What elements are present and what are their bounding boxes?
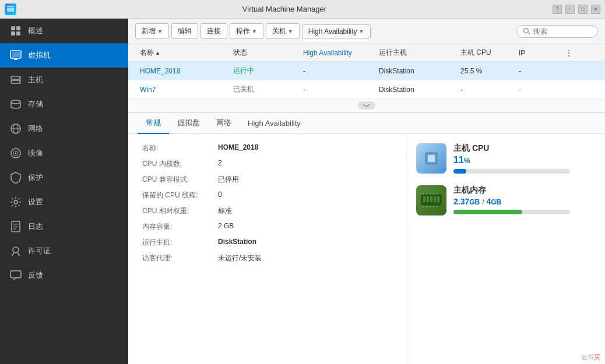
tab-vdisk[interactable]: 虚拟盘 (169, 113, 208, 134)
svg-point-12 (19, 82, 20, 83)
cell-status: 已关机 (228, 80, 298, 98)
overview-icon (9, 24, 22, 37)
memory-title: 主机内存 (453, 185, 596, 196)
close-button[interactable]: ✕ (591, 5, 600, 14)
tab-network[interactable]: 网络 (208, 113, 240, 134)
minimize-button[interactable]: − (565, 5, 575, 14)
svg-rect-8 (14, 59, 17, 60)
field-guest-agent: 访客代理: 未运行/未安装 (142, 253, 392, 263)
network-icon (9, 122, 22, 135)
svg-point-13 (11, 100, 20, 104)
sort-icon: ▲ (155, 50, 160, 56)
sidebar-label-protection: 保护 (28, 172, 43, 183)
svg-rect-1 (7, 7, 14, 8)
svg-rect-45 (427, 196, 429, 202)
header-ip: IP (514, 45, 561, 61)
new-button[interactable]: 新增 ▼ (135, 23, 169, 39)
field-memory: 内存容量: 2 GB (142, 222, 392, 232)
svg-rect-48 (437, 196, 439, 202)
action-arrow-icon: ▼ (252, 29, 257, 34)
cell-host: DiskStation (374, 63, 456, 79)
sidebar-label-settings: 设置 (28, 197, 43, 207)
detail-resources: 主机 CPU 11% (407, 134, 605, 364)
cell-cpu: - (456, 82, 514, 98)
svg-rect-46 (430, 196, 432, 202)
sidebar-item-feedback[interactable]: 反馈 (0, 263, 128, 288)
scroll-chevron[interactable] (358, 101, 375, 109)
field-cpu-cores: CPU 内核数: 2 (142, 159, 392, 169)
cell-name: HOME_2018 (135, 63, 228, 79)
memory-value: 2.37GB / 4GB (453, 197, 596, 206)
svg-rect-2 (11, 26, 15, 30)
svg-point-11 (19, 77, 20, 79)
svg-rect-3 (16, 26, 20, 30)
header-name: 名称▲ (135, 44, 228, 61)
cpu-progress-bar (453, 169, 570, 174)
header-status: 状态 (228, 44, 298, 61)
svg-line-28 (528, 33, 530, 34)
field-host: 运行主机: DiskStation (142, 238, 392, 248)
window-title: Virtual Machine Manager (16, 5, 553, 13)
ha-button[interactable]: High Availability ▼ (302, 24, 371, 38)
help-button[interactable]: ? (553, 5, 562, 14)
cell-name: Win7 (135, 82, 228, 98)
ha-arrow-icon: ▼ (359, 29, 364, 34)
field-cpu-threads: 保留的 CPU 线程: 0 (142, 190, 392, 200)
sidebar-item-protection[interactable]: 保护 (0, 165, 128, 190)
svg-rect-44 (423, 196, 425, 202)
sidebar-item-storage[interactable]: 存储 (0, 92, 128, 116)
search-input[interactable] (533, 27, 592, 36)
sidebar-item-image[interactable]: 映像 (0, 141, 128, 165)
cell-host: DiskStation (374, 82, 456, 98)
cpu-resource-card: 主机 CPU 11% (416, 143, 596, 174)
tab-general[interactable]: 常规 (138, 113, 169, 134)
header-cpu: 主机 CPU (456, 44, 514, 61)
sidebar-item-log[interactable]: 日志 (0, 214, 128, 239)
header-more[interactable]: ⋮ (561, 45, 572, 61)
cpu-progress-fill (453, 169, 466, 174)
protection-icon (9, 171, 22, 184)
field-name: 名称: HOME_2018 (142, 143, 392, 153)
sidebar-item-overview[interactable]: 概述 (0, 19, 128, 43)
sidebar-label-image: 映像 (28, 148, 43, 158)
cpu-title: 主机 CPU (453, 143, 596, 154)
sidebar-item-network[interactable]: 网络 (0, 116, 128, 141)
cell-ip: - (514, 82, 561, 98)
memory-icon (416, 185, 446, 215)
sidebar-item-settings[interactable]: 设置 (0, 190, 128, 214)
maximize-button[interactable]: □ (578, 5, 588, 14)
svg-rect-0 (7, 6, 14, 12)
field-cpu-compat: CPU 兼容模式: 已停用 (142, 175, 392, 185)
shutdown-button[interactable]: 关机 ▼ (266, 23, 300, 39)
vm-table: 名称▲ 状态 High Availability 运行主机 主机 CPU IP … (128, 44, 605, 99)
svg-rect-7 (12, 52, 20, 57)
cell-ha: - (298, 82, 374, 98)
table-row[interactable]: HOME_2018 运行中 - DiskStation 25.5 % - (128, 62, 605, 80)
cpu-icon (416, 143, 446, 174)
titlebar: Virtual Machine Manager ? − □ ✕ (0, 0, 605, 19)
sidebar-item-host[interactable]: 主机 (0, 68, 128, 92)
action-button[interactable]: 操作 ▼ (230, 23, 263, 39)
sidebar-label-storage: 存储 (28, 99, 43, 109)
svg-rect-26 (10, 271, 21, 278)
sidebar-label-host: 主机 (28, 75, 43, 85)
memory-progress-bar (453, 210, 570, 214)
connect-button[interactable]: 连接 (201, 23, 227, 39)
sidebar-label-overview: 概述 (28, 26, 43, 36)
svg-point-19 (15, 153, 17, 154)
svg-rect-47 (434, 196, 436, 202)
feedback-icon (9, 269, 22, 282)
table-row[interactable]: Win7 已关机 - DiskStation - - (128, 80, 605, 99)
sidebar-item-vm[interactable]: 虚拟机 (0, 43, 128, 68)
sidebar-item-license[interactable]: 许可证 (0, 239, 128, 263)
tab-ha[interactable]: High Availability (240, 114, 309, 133)
license-icon (9, 245, 22, 257)
host-icon (9, 73, 22, 86)
sidebar-label-log: 日志 (28, 221, 43, 232)
window-controls: ? − □ ✕ (553, 5, 600, 14)
svg-rect-5 (16, 31, 20, 36)
image-icon (9, 147, 22, 160)
edit-button[interactable]: 编辑 (171, 23, 198, 39)
watermark: 值得买 (581, 353, 600, 362)
app-icon (5, 3, 16, 15)
